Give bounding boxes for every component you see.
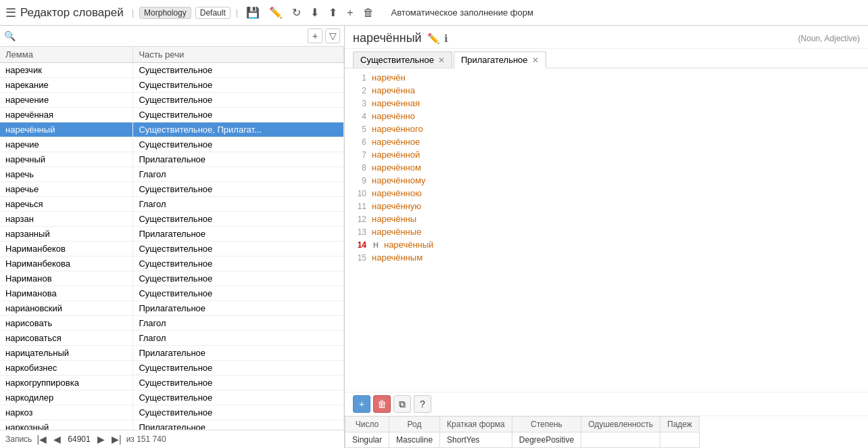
form-word[interactable]: наречённое — [372, 137, 420, 147]
form-row[interactable]: 5наречённого — [345, 122, 868, 135]
table-row[interactable]: наркозСуществительное — [0, 405, 344, 420]
col-pos: Часть речи — [133, 47, 344, 63]
form-word[interactable]: наречённые — [372, 227, 421, 237]
cell-pos: Существительное — [133, 256, 344, 271]
cell-pos: Прилагательное — [133, 152, 344, 167]
add-form-button[interactable]: + — [353, 395, 370, 413]
current-page: 64901 — [66, 434, 93, 444]
form-word[interactable]: наречённого — [372, 124, 423, 134]
copy-form-button[interactable]: ⧉ — [393, 395, 411, 413]
delete-form-button[interactable]: 🗑 — [373, 395, 391, 413]
morphology-tag[interactable]: Morphology — [139, 7, 191, 19]
tabs-row: Существительное ✕ Прилагательное ✕ — [345, 49, 868, 68]
form-word[interactable]: наречён — [372, 72, 406, 83]
form-row[interactable]: 9наречённому — [345, 174, 868, 187]
form-number: 14 — [353, 240, 366, 250]
form-word[interactable]: наречённа — [372, 85, 415, 95]
form-row[interactable]: 2наречённа — [345, 84, 868, 97]
col-lemma: Лемма — [0, 47, 133, 63]
table-row[interactable]: нариановскийПрилагательное — [0, 301, 344, 316]
search-input[interactable] — [18, 31, 305, 41]
props-col-4: Одушевленность — [581, 417, 660, 432]
add-icon[interactable]: + — [344, 5, 356, 20]
form-word[interactable]: наречённую — [372, 201, 421, 211]
props-tbody: SingularMasculineShortYesDegreePositive — [345, 432, 700, 448]
form-word[interactable]: наречённый — [384, 240, 433, 250]
table-row[interactable]: наркогруппировкаСуществительное — [0, 376, 344, 390]
table-row[interactable]: НариманбековаСуществительное — [0, 256, 344, 271]
form-word[interactable]: наречённому — [372, 175, 426, 185]
last-page-button[interactable]: ▶| — [110, 433, 124, 445]
form-word[interactable]: наречённым — [372, 252, 423, 263]
form-row[interactable]: 3наречённая — [345, 97, 868, 110]
table-row[interactable]: нарзанСуществительное — [0, 212, 344, 227]
cell-pos: Глагол — [133, 331, 344, 346]
form-row[interactable]: 12наречённы — [345, 212, 868, 225]
table-row[interactable]: нарезчикСуществительное — [0, 63, 344, 78]
form-row[interactable]: 6наречённое — [345, 135, 868, 148]
form-word[interactable]: наречённо — [372, 111, 415, 121]
form-row[interactable]: 13наречённые — [345, 225, 868, 238]
refresh-icon[interactable]: ↻ — [289, 5, 304, 20]
cell-lemma: наречься — [0, 197, 133, 212]
form-row[interactable]: 4наречённо — [345, 110, 868, 122]
table-row[interactable]: нарисоватьсяГлагол — [0, 331, 344, 346]
word-table: Лемма Часть речи нарезчикСуществительное… — [0, 47, 344, 430]
prev-page-button[interactable]: ◀ — [51, 433, 63, 445]
form-word[interactable]: наречённою — [372, 188, 422, 198]
form-row[interactable]: 7наречённой — [345, 148, 868, 161]
table-row[interactable]: наречьеСуществительное — [0, 182, 344, 197]
table-row[interactable]: нарзанныйПрилагательное — [0, 227, 344, 242]
form-word[interactable]: наречённая — [372, 98, 420, 108]
form-word[interactable]: наречённы — [372, 214, 416, 224]
tab-adjective-close[interactable]: ✕ — [532, 55, 539, 65]
save-icon[interactable]: 💾 — [243, 5, 262, 20]
table-row[interactable]: наркозныйПрилагательное — [0, 420, 344, 430]
table-row[interactable]: наречённаяСуществительное — [0, 108, 344, 122]
next-page-button[interactable]: ▶ — [95, 433, 107, 445]
form-row[interactable]: 11наречённую — [345, 200, 868, 212]
table-row[interactable]: НариманбековСуществительное — [0, 242, 344, 256]
separator2: | — [236, 7, 238, 18]
cell-pos: Существительное — [133, 182, 344, 197]
form-word[interactable]: наречённой — [372, 150, 420, 160]
table-row[interactable]: наречиеСуществительное — [0, 137, 344, 152]
tab-adjective[interactable]: Прилагательное ✕ — [454, 51, 546, 68]
form-row[interactable]: 8наречённом — [345, 161, 868, 174]
default-tag[interactable]: Default — [195, 7, 231, 19]
edit-icon[interactable]: ✏️ — [266, 5, 285, 20]
table-row[interactable]: наречьГлагол — [0, 167, 344, 182]
table-row[interactable]: наркобизнесСуществительное — [0, 361, 344, 376]
table-row[interactable]: НаримановСуществительное — [0, 271, 344, 286]
table-row[interactable]: нарисоватьГлагол — [0, 316, 344, 331]
table-row[interactable]: наречьсяГлагол — [0, 197, 344, 212]
table-row[interactable]: нареканиеСуществительное — [0, 78, 344, 93]
edit-word-icon[interactable]: ✏️ — [427, 32, 440, 45]
filter-button[interactable]: ▽ — [325, 28, 340, 43]
table-row[interactable]: НаримановаСуществительное — [0, 286, 344, 301]
upload-icon[interactable]: ⬆ — [326, 5, 340, 20]
info-icon[interactable]: ℹ — [444, 32, 448, 45]
table-row[interactable]: нарицательныйПрилагательное — [0, 346, 344, 361]
tab-noun[interactable]: Существительное ✕ — [353, 51, 452, 68]
tab-noun-close[interactable]: ✕ — [438, 55, 445, 65]
form-row[interactable]: 10наречённою — [345, 187, 868, 200]
table-row[interactable]: наречныйПрилагательное — [0, 152, 344, 167]
app-title: Редактор словарей — [20, 6, 124, 20]
form-word[interactable]: наречённом — [372, 162, 421, 173]
form-row[interactable]: 14Ннаречённый — [345, 238, 868, 251]
props-table: ЧислоРодКраткая формаСтепеньОдушевленнос… — [345, 416, 868, 448]
first-page-button[interactable]: |◀ — [34, 433, 49, 445]
forms-list: 1наречён2наречённа3наречённая4наречённо5… — [345, 68, 868, 392]
table-row[interactable]: наречениеСуществительное — [0, 93, 344, 108]
table-row[interactable]: наречённыйСуществительное, Прилагат... — [0, 122, 344, 137]
table-row[interactable]: наркодилерСуществительное — [0, 390, 344, 405]
download-icon[interactable]: ⬇ — [308, 5, 322, 20]
menu-icon[interactable]: ☰ — [5, 5, 16, 20]
cell-lemma: нарисовать — [0, 316, 133, 331]
form-row[interactable]: 1наречён — [345, 71, 868, 84]
delete-icon[interactable]: 🗑 — [360, 5, 377, 20]
add-word-button[interactable]: + — [308, 28, 322, 43]
form-row[interactable]: 15наречённым — [345, 251, 868, 264]
help-button[interactable]: ? — [414, 395, 431, 413]
